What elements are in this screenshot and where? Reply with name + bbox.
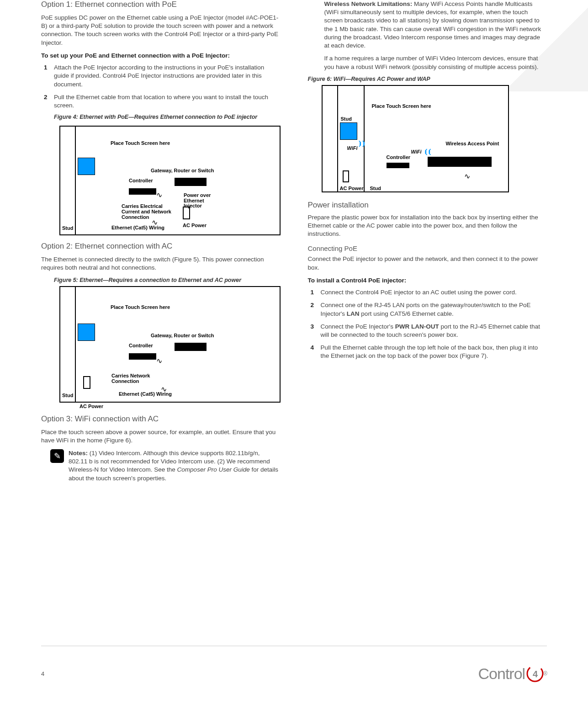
logo-4-icon: 4 (526, 664, 544, 683)
install-step3: 3Connect the PoE Injector's PWR LAN-OUT … (321, 323, 547, 339)
figure6-caption: Figure 6: WiFi—Requires AC Power and WAP (308, 76, 547, 82)
notes-text: Notes: (1) Video Intercom. Although this… (69, 449, 281, 483)
install-step2: 2Connect one of the RJ-45 LAN ports on t… (321, 301, 547, 318)
option2-heading: Option 2: Ethernet connection with AC (41, 242, 281, 251)
left-column: Option 1: Ethernet connection with PoE P… (41, 0, 281, 487)
install-step4: 4Pull the Ethernet cable through the top… (321, 344, 547, 360)
opt1-step2: 2Pull the Ethernet cable from that locat… (54, 93, 281, 121)
option2-paragraph: The Ethernet is connected directly to th… (41, 255, 281, 272)
wireless-limitations-p2: If a home requires a large number of WiF… (324, 54, 547, 71)
page-number: 4 (41, 670, 44, 677)
power-installation-paragraph: Prepare the plastic power box for instal… (308, 213, 547, 239)
opt1-step1: 1Attach the PoE Injector according to th… (54, 64, 281, 89)
option1-heading: Option 1: Ethernet connection with PoE (41, 0, 281, 9)
figure4-diagram: Stud Place Touch Screen here Controller … (59, 126, 281, 235)
figure6-diagram: Place Touch Screen here Stud WiFi Wirele… (322, 85, 509, 192)
page-footer: 4 Control 4 ® (41, 646, 547, 683)
power-installation-heading: Power installation (308, 201, 547, 210)
note-icon: ✎ (50, 449, 64, 463)
install-step1: 1Connect the Control4 PoE injector to an… (321, 288, 547, 297)
option3-heading: Option 3: WiFi connection with AC (41, 414, 281, 424)
figure4-caption: Figure 4: Ethernet with PoE—Requires Eth… (54, 113, 281, 121)
install-poe-intro: To install a Control4 PoE injector: (308, 276, 547, 285)
notes-block: ✎ Notes: (1) Video Intercom. Although th… (50, 449, 281, 483)
wireless-limitations: Wireless Network Limitations: Many WiFi … (324, 0, 547, 50)
right-column: Wireless Network Limitations: Many WiFi … (308, 0, 547, 487)
option1-paragraph: PoE supplies DC power on the Ethernet ca… (41, 14, 281, 47)
svg-text:4: 4 (533, 669, 538, 679)
figure5-caption: Figure 5: Ethernet—Requires a connection… (54, 277, 281, 283)
control4-logo: Control 4 ® (478, 664, 547, 683)
connecting-poe-heading: Connecting PoE (308, 244, 547, 252)
option3-paragraph: Place the touch screen above a power sou… (41, 428, 281, 445)
poe-setup-intro: To set up your PoE and Ethernet connecti… (41, 52, 281, 60)
connecting-poe-paragraph: Connect the PoE injector to power and th… (308, 255, 547, 271)
figure5-diagram: Stud Place Touch Screen here Controller … (59, 286, 281, 403)
